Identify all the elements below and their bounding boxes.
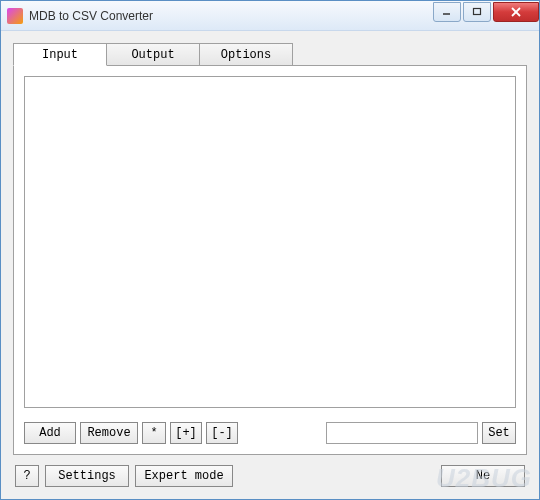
expert-mode-button[interactable]: Expert mode bbox=[135, 465, 233, 487]
collapse-button[interactable]: [-] bbox=[206, 422, 238, 444]
path-input[interactable] bbox=[326, 422, 478, 444]
file-listbox[interactable] bbox=[24, 76, 516, 408]
maximize-icon bbox=[472, 7, 482, 17]
wildcard-button[interactable]: * bbox=[142, 422, 166, 444]
next-button[interactable]: Ne bbox=[441, 465, 525, 487]
help-button[interactable]: ? bbox=[15, 465, 39, 487]
close-icon bbox=[510, 7, 522, 17]
close-button[interactable] bbox=[493, 2, 539, 22]
svg-rect-1 bbox=[474, 8, 481, 14]
bottom-row: ? Settings Expert mode Ne bbox=[13, 465, 527, 487]
window-controls bbox=[431, 2, 539, 22]
remove-button[interactable]: Remove bbox=[80, 422, 138, 444]
client-area: Input Output Options Add Remove * [+] [-… bbox=[1, 31, 539, 499]
tab-options[interactable]: Options bbox=[199, 43, 293, 65]
maximize-button[interactable] bbox=[463, 2, 491, 22]
titlebar[interactable]: MDB to CSV Converter bbox=[1, 1, 539, 31]
app-icon bbox=[7, 8, 23, 24]
window-title: MDB to CSV Converter bbox=[29, 9, 431, 23]
minimize-button[interactable] bbox=[433, 2, 461, 22]
set-button[interactable]: Set bbox=[482, 422, 516, 444]
input-panel: Add Remove * [+] [-] Set bbox=[13, 65, 527, 455]
settings-button[interactable]: Settings bbox=[45, 465, 129, 487]
expand-button[interactable]: [+] bbox=[170, 422, 202, 444]
tab-strip: Input Output Options bbox=[13, 43, 527, 65]
tab-input[interactable]: Input bbox=[13, 43, 107, 66]
tab-output[interactable]: Output bbox=[106, 43, 200, 65]
add-button[interactable]: Add bbox=[24, 422, 76, 444]
app-window: MDB to CSV Converter Input Output Option… bbox=[0, 0, 540, 500]
input-button-row: Add Remove * [+] [-] Set bbox=[24, 422, 516, 444]
minimize-icon bbox=[442, 7, 452, 17]
